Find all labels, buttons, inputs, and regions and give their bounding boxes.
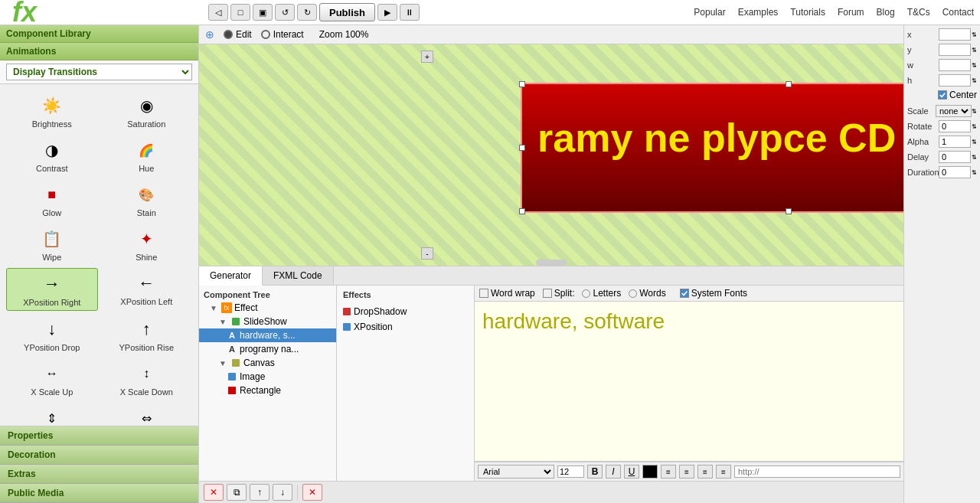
letters-radio[interactable] — [582, 289, 590, 298]
words-radio[interactable] — [629, 289, 637, 298]
move-down-button[interactable]: ↓ — [273, 484, 292, 501]
handle-top-left[interactable] — [519, 81, 525, 87]
tree-slideshow[interactable]: ▼ SlideShow — [199, 315, 336, 328]
public-media-tab[interactable]: Public Media — [0, 484, 198, 503]
toolbar-btn-redo[interactable]: ↻ — [297, 4, 317, 21]
effect-xposition[interactable]: XPosition — [340, 319, 471, 335]
anim-contrast[interactable]: ◑ Contrast — [6, 135, 98, 176]
align-justify-button[interactable]: ≡ — [716, 465, 731, 479]
display-transitions-select[interactable]: Display Transitions — [6, 64, 192, 80]
anim-shine[interactable]: ✦ Shine — [101, 224, 193, 265]
toolbar-btn-back[interactable]: ◁ — [208, 4, 228, 21]
nav-tutorials[interactable]: Tutorials — [790, 7, 825, 18]
tab-generator[interactable]: Generator — [199, 266, 263, 286]
nav-contact[interactable]: Contact — [942, 7, 974, 18]
anim-xposition-left[interactable]: ← XPosition Left — [101, 268, 193, 311]
tree-programy[interactable]: A programy na... — [199, 342, 336, 356]
handle-bottom-middle[interactable] — [786, 208, 792, 214]
move-up-button[interactable]: ↑ — [250, 484, 270, 501]
toolbar-btn-new[interactable]: □ — [230, 4, 250, 21]
center-option[interactable]: Center — [907, 90, 977, 100]
copy-item-button[interactable]: ⧉ — [227, 484, 247, 501]
anim-x-scale-down[interactable]: ↕ X Scale Down — [101, 358, 193, 400]
zoom-in-button[interactable]: + — [421, 51, 433, 63]
zoom-out-button[interactable]: - — [421, 247, 433, 260]
align-right-button[interactable]: ≡ — [697, 465, 713, 479]
italic-button[interactable]: I — [606, 465, 621, 479]
interact-radio[interactable] — [261, 30, 270, 39]
nav-popular[interactable]: Popular — [694, 7, 725, 18]
anim-xposition-right[interactable]: → XPosition Right — [6, 268, 98, 311]
anim-wipe[interactable]: 📋 Wipe — [6, 224, 98, 265]
display-transitions-dropdown[interactable]: Display Transitions — [0, 60, 198, 84]
duration-spin[interactable]: ⇅ — [972, 169, 977, 176]
tree-rectangle[interactable]: Rectangle — [199, 384, 336, 397]
handle-bottom-left[interactable] — [519, 208, 525, 214]
alpha-input[interactable] — [939, 136, 971, 148]
align-center-button[interactable]: ≡ — [679, 465, 694, 479]
anim-yposition-drop[interactable]: ↓ YPosition Drop — [6, 314, 98, 355]
nav-tcs[interactable]: T&Cs — [907, 7, 930, 18]
anim-saturation[interactable]: ◉ Saturation — [101, 90, 193, 132]
tree-effect[interactable]: ▼ fx Effect — [199, 301, 336, 315]
y-input[interactable] — [939, 44, 971, 56]
words-option[interactable]: Words — [629, 288, 665, 299]
word-wrap-checkbox[interactable] — [479, 289, 488, 298]
anim-yposition-rise[interactable]: ↑ YPosition Rise — [101, 314, 193, 355]
delete-item-button[interactable]: ✕ — [204, 484, 224, 501]
toolbar-btn-open[interactable]: ▣ — [253, 4, 273, 21]
rotate-spin[interactable]: ⇅ — [972, 123, 977, 130]
font-select[interactable]: Arial — [478, 465, 554, 479]
edit-tool[interactable]: Edit — [224, 29, 252, 40]
toolbar-btn-play[interactable]: ▶ — [377, 4, 397, 21]
interact-tool[interactable]: Interact — [261, 29, 304, 40]
scale-select[interactable]: none — [936, 105, 972, 117]
letters-option[interactable]: Letters — [582, 288, 621, 299]
font-size-input[interactable] — [557, 465, 584, 478]
anim-x-scale-up[interactable]: ↔ X Scale Up — [6, 358, 98, 400]
publish-button[interactable]: Publish — [319, 3, 375, 21]
text-editor-area[interactable]: hardware, software — [475, 302, 903, 462]
canvas-banner[interactable]: ramy ne plypce CD — [521, 83, 903, 213]
alpha-spin[interactable]: ⇅ — [972, 139, 977, 145]
handle-top-middle[interactable] — [786, 81, 792, 87]
tree-canvas[interactable]: ▼ Canvas — [199, 356, 336, 370]
nav-forum[interactable]: Forum — [838, 7, 864, 18]
duration-input[interactable] — [939, 166, 971, 178]
anim-glow[interactable]: ■ Glow — [6, 179, 98, 220]
tree-image[interactable]: Image — [199, 370, 336, 384]
remove-button[interactable]: ✕ — [302, 484, 322, 501]
nav-blog[interactable]: Blog — [877, 7, 895, 18]
h-spin[interactable]: ⇅ — [972, 77, 977, 84]
properties-tab[interactable]: Properties — [0, 426, 198, 446]
edit-radio[interactable] — [224, 30, 233, 39]
toolbar-btn-pause[interactable]: ⏸ — [400, 4, 420, 21]
toolbar-btn-undo[interactable]: ↺ — [275, 4, 295, 21]
underline-button[interactable]: U — [624, 465, 639, 479]
decoration-tab[interactable]: Decoration — [0, 446, 198, 465]
h-input[interactable] — [939, 74, 971, 87]
delay-spin[interactable]: ⇅ — [972, 154, 977, 161]
url-input[interactable] — [734, 465, 900, 478]
tab-fxml-code[interactable]: FXML Code — [263, 266, 334, 285]
system-fonts-option[interactable]: System Fonts — [680, 288, 747, 299]
x-spin[interactable]: ⇅ — [972, 31, 977, 38]
anim-stain[interactable]: 🎨 Stain — [101, 179, 193, 220]
rotate-input[interactable] — [939, 120, 971, 132]
anim-y-scale-down[interactable]: ⇔ Y Scale Down — [101, 403, 193, 426]
center-checkbox[interactable] — [938, 90, 947, 100]
y-spin[interactable]: ⇅ — [972, 47, 977, 54]
w-input[interactable] — [939, 59, 971, 71]
w-spin[interactable]: ⇅ — [972, 62, 977, 69]
delay-input[interactable] — [939, 151, 971, 163]
split-checkbox[interactable] — [543, 289, 552, 298]
color-swatch[interactable] — [642, 465, 658, 479]
x-input[interactable] — [939, 28, 971, 41]
bold-button[interactable]: B — [587, 465, 603, 479]
anim-brightness[interactable]: ☀️ Brightness — [6, 90, 98, 132]
system-fonts-checkbox[interactable] — [680, 289, 689, 298]
canvas-wrapper[interactable]: + ramy ne plypce CD - — [199, 44, 903, 266]
anim-hue[interactable]: 🌈 Hue — [101, 135, 193, 176]
extras-tab[interactable]: Extras — [0, 465, 198, 484]
align-left-button[interactable]: ≡ — [661, 465, 676, 479]
